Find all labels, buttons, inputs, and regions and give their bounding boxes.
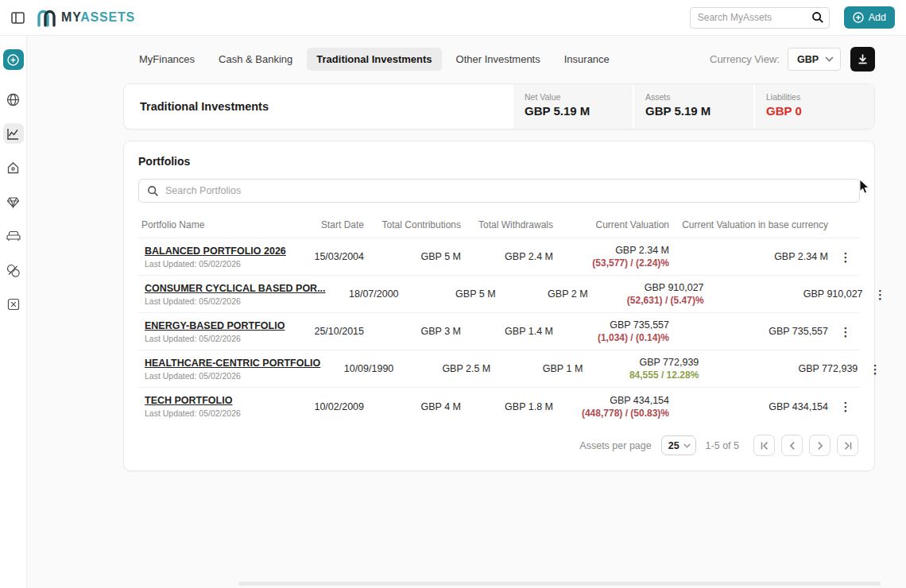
table-row: ENERGY-BASED PORTFOLIO Last Updated: 05/…: [138, 313, 860, 350]
summary-stat: Assets GBP 5.19 M: [634, 84, 753, 129]
row-menu-button[interactable]: ⋮: [831, 321, 860, 342]
search-icon: [811, 11, 824, 24]
portfolios-title: Portfolios: [138, 155, 860, 168]
currency-view-label: Currency View:: [710, 53, 780, 65]
portfolio-valuation-change: (448,778) / (50.83)%: [559, 408, 669, 419]
table-row: BALANCED PORTFOLIO 2026 Last Updated: 05…: [138, 238, 860, 276]
sidebar-item-investments[interactable]: [3, 123, 24, 144]
portfolio-start-date: 18/07/2000: [329, 284, 402, 304]
column-start-date: Start Date: [294, 213, 367, 238]
chevron-down-icon: [683, 443, 691, 448]
portfolio-base-currency-valuation: GBP 910,027: [707, 284, 866, 304]
portfolio-total-contributions: GBP 4 M: [367, 397, 464, 417]
portfolio-base-currency-valuation: GBP 772,939: [702, 358, 861, 379]
portfolio-current-valuation: GBP 772,939: [589, 357, 699, 368]
summary-stat: Net Value GBP 5.19 M: [513, 84, 633, 129]
portfolio-total-contributions: GBP 5 M: [367, 246, 464, 267]
column-portfolio-name: Portfolio Name: [138, 213, 294, 238]
portfolio-valuation-change: 84,555 / 12.28%: [589, 369, 699, 381]
sidebar-item-liabilities[interactable]: [3, 294, 24, 315]
portfolio-total-withdrawals: GBP 1 M: [494, 358, 586, 379]
portfolio-last-updated: Last Updated: 05/02/2026: [145, 334, 291, 343]
row-menu-button[interactable]: ⋮: [866, 284, 895, 305]
portfolio-search-input[interactable]: [165, 185, 851, 196]
portfolio-valuation-change: (52,631) / (5.47)%: [594, 295, 704, 306]
plus-circle-icon: [7, 54, 19, 66]
plus-circle-icon: [853, 12, 864, 23]
tab[interactable]: Other Investments: [447, 48, 550, 71]
stat-label: Assets: [645, 92, 742, 102]
sidebar-item-holdings[interactable]: [3, 260, 24, 280]
add-button[interactable]: Add: [844, 6, 895, 29]
globe-icon: [6, 93, 20, 106]
sidebar-item-home[interactable]: [3, 157, 24, 178]
brand-m-icon: [36, 8, 57, 27]
sidebar-toggle-icon[interactable]: [8, 8, 27, 27]
portfolio-total-withdrawals: GBP 1.4 M: [464, 321, 556, 342]
portfolio-name-link[interactable]: CONSUMER CYCLICAL BASED POR...: [145, 283, 326, 294]
portfolio-last-updated: Last Updated: 05/02/2026: [145, 371, 320, 381]
table-row: HEALTHCARE-CENTRIC PORTFOLIO Last Update…: [138, 350, 860, 388]
portfolio-total-withdrawals: GBP 2 M: [499, 284, 591, 304]
stat-label: Net Value: [525, 92, 621, 102]
portfolio-last-updated: Last Updated: 05/02/2026: [145, 296, 326, 306]
column-total-contributions: Total Contributions: [367, 213, 464, 238]
stat-label: Liabilities: [766, 92, 863, 102]
row-menu-button[interactable]: ⋮: [831, 246, 860, 268]
portfolio-current-valuation: GBP 910,027: [594, 282, 704, 293]
first-page-button[interactable]: [753, 435, 775, 456]
portfolio-name-link[interactable]: ENERGY-BASED PORTFOLIO: [145, 320, 291, 331]
download-button[interactable]: [850, 47, 875, 72]
global-search: [690, 7, 830, 29]
portfolio-current-valuation: GBP 434,154: [559, 395, 669, 406]
search-icon: [147, 185, 159, 197]
portfolio-name-link[interactable]: BALANCED PORTFOLIO 2026: [145, 246, 291, 257]
portfolio-total-contributions: GBP 2.5 M: [397, 358, 494, 379]
portfolio-last-updated: Last Updated: 05/02/2026: [145, 408, 291, 418]
home-icon: [6, 161, 20, 175]
next-page-button[interactable]: [809, 435, 830, 456]
column-total-withdrawals: Total Withdrawals: [464, 213, 556, 238]
app-header: MYASSETS Add: [0, 0, 906, 36]
tab[interactable]: Cash & Banking: [209, 48, 302, 71]
portfolio-current-valuation: GBP 735,557: [559, 319, 669, 331]
summary-stat: Liabilities GBP 0: [755, 84, 874, 129]
line-chart-icon: [6, 127, 20, 141]
summary-card: Traditional Investments Net Value GBP 5.…: [123, 83, 875, 130]
tab[interactable]: MyFinances: [130, 48, 204, 71]
portfolio-valuation-change: (53,577) / (2.24)%: [559, 257, 669, 269]
sidebar: [0, 36, 27, 588]
portfolio-total-withdrawals: GBP 1.8 M: [464, 397, 556, 417]
couch-icon: [6, 230, 21, 242]
tab[interactable]: Traditional Investments: [307, 48, 441, 71]
previous-page-button[interactable]: [781, 435, 803, 456]
last-page-button[interactable]: [837, 435, 858, 456]
global-search-input[interactable]: [690, 7, 830, 29]
gem-icon: [6, 195, 20, 209]
currency-select[interactable]: GBP: [788, 48, 841, 71]
coins-icon: [6, 264, 20, 277]
sidebar-item-globe[interactable]: [3, 89, 24, 110]
tab[interactable]: Insurance: [555, 48, 619, 71]
portfolio-valuation-change: (1,034) / (0.14)%: [559, 332, 669, 343]
sidebar-add-button[interactable]: [3, 49, 24, 70]
table-row: TECH PORTFOLIO Last Updated: 05/02/2026 …: [138, 388, 860, 425]
brand-name: MYASSETS: [61, 10, 135, 25]
main-content: MyFinances Cash & Banking Traditional In…: [27, 36, 906, 588]
portfolio-start-date: 10/02/2009: [294, 397, 367, 417]
horizontal-scrollbar[interactable]: [238, 582, 881, 586]
column-base-currency-valuation: Current Valuation in base currency: [672, 213, 831, 238]
first-page-icon: [759, 440, 770, 451]
portfolio-base-currency-valuation: GBP 434,154: [672, 397, 831, 417]
portfolio-name-link[interactable]: TECH PORTFOLIO: [145, 395, 291, 406]
portfolios-card: Portfolios Portfolio Name Start Date Tot…: [123, 141, 875, 471]
sidebar-item-valuables[interactable]: [3, 191, 24, 212]
portfolio-total-contributions: GBP 5 M: [402, 284, 499, 304]
portfolio-start-date: 15/03/2004: [294, 246, 367, 267]
sidebar-item-household[interactable]: [3, 226, 24, 246]
per-page-select[interactable]: 25: [661, 435, 696, 455]
stat-value: GBP 5.19 M: [525, 104, 621, 118]
portfolio-name-link[interactable]: HEALTHCARE-CENTRIC PORTFOLIO: [145, 358, 320, 369]
row-menu-button[interactable]: ⋮: [861, 358, 889, 380]
row-menu-button[interactable]: ⋮: [831, 396, 860, 417]
